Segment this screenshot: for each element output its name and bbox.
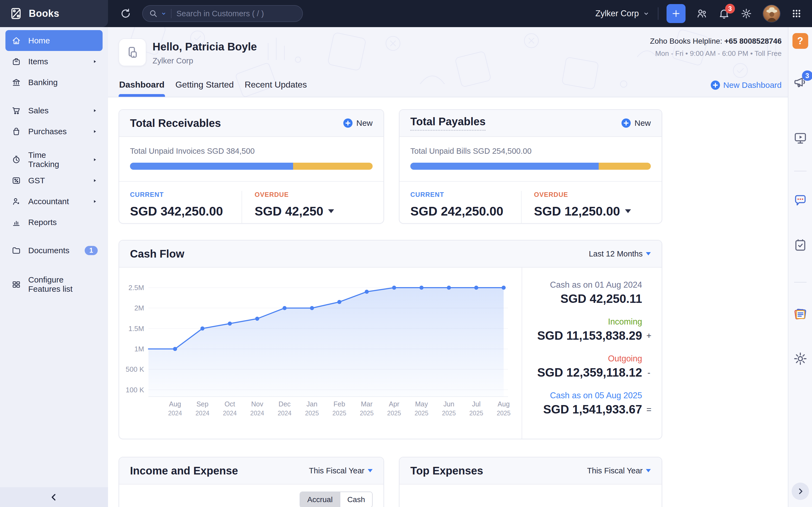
receivables-summary: Total Unpaid Invoices SGD 384,500 bbox=[130, 147, 373, 156]
apps-grid-button[interactable] bbox=[791, 8, 802, 19]
receivables-new-button[interactable]: New bbox=[343, 118, 373, 128]
summary-row-label: Incoming bbox=[522, 317, 642, 327]
bank-icon bbox=[11, 77, 21, 87]
sidebar-collapse-button[interactable] bbox=[49, 492, 59, 503]
sidebar-item-reports[interactable]: Reports bbox=[5, 212, 103, 233]
refresh-button[interactable] bbox=[119, 7, 132, 20]
sidebar: HomeItemsBankingSalesPurchasesTime Track… bbox=[0, 27, 108, 507]
quick-create-button[interactable] bbox=[666, 4, 686, 23]
feedback-chat-button[interactable] bbox=[793, 192, 808, 208]
sidebar-item-accountant[interactable]: Accountant bbox=[5, 191, 103, 212]
svg-text:500 K: 500 K bbox=[125, 365, 144, 373]
total-receivables-card: Total Receivables New Total Unpaid Invoi… bbox=[118, 109, 384, 224]
active-tab-underline bbox=[118, 94, 165, 97]
payables-overdue-label: OVERDUE bbox=[534, 191, 631, 199]
svg-text:Sep: Sep bbox=[197, 400, 208, 408]
brand[interactable]: Books bbox=[0, 0, 108, 27]
toggle-cash[interactable]: Cash bbox=[340, 492, 372, 507]
clipboard-check-icon bbox=[793, 237, 808, 253]
svg-text:2025: 2025 bbox=[469, 410, 483, 417]
overdue-dropdown-caret[interactable] bbox=[625, 209, 631, 213]
accrual-cash-toggle: AccrualCash bbox=[300, 492, 373, 507]
users-button[interactable] bbox=[696, 8, 708, 19]
sidebar-item-purchases[interactable]: Purchases bbox=[5, 121, 103, 142]
summary-row-value: SGD 1,541,933.67 bbox=[522, 403, 642, 416]
sidebar-item-banking[interactable]: Banking bbox=[5, 72, 103, 93]
toggle-accrual[interactable]: Accrual bbox=[300, 492, 340, 507]
bag-icon bbox=[11, 127, 21, 136]
search-divider bbox=[171, 9, 171, 18]
payables-new-button[interactable]: New bbox=[621, 118, 651, 128]
tab-getting-started[interactable]: Getting Started bbox=[175, 80, 234, 97]
rail-expand-button[interactable] bbox=[792, 483, 809, 500]
sidebar-item-time-tracking[interactable]: Time Tracking bbox=[5, 149, 103, 170]
svg-text:Jan: Jan bbox=[306, 400, 317, 408]
svg-text:1.5M: 1.5M bbox=[129, 325, 144, 333]
cash-flow-range-dropdown[interactable]: Last 12 Months bbox=[589, 249, 651, 259]
question-icon: ? bbox=[797, 35, 803, 47]
summary-row-operator: = bbox=[644, 404, 654, 414]
org-switcher[interactable]: Zylker Corp bbox=[596, 9, 650, 18]
tab-dashboard[interactable]: Dashboard bbox=[118, 80, 165, 97]
sidebar-item-sales[interactable]: Sales bbox=[5, 100, 103, 121]
svg-text:2024: 2024 bbox=[223, 410, 237, 417]
search-scope-chevron-icon[interactable] bbox=[161, 11, 167, 16]
svg-text:2025: 2025 bbox=[497, 410, 510, 417]
top-expenses-range-dropdown[interactable]: This Fiscal Year bbox=[587, 466, 651, 475]
org-doc-icon bbox=[124, 45, 140, 60]
sidebar-item-items[interactable]: Items bbox=[5, 51, 103, 72]
svg-text:2025: 2025 bbox=[387, 410, 401, 417]
cash-flow-summary-row: IncomingSGD 11,153,838.29+ bbox=[522, 317, 654, 342]
topbar-actions: Zylker Corp 3 bbox=[108, 0, 812, 27]
announcements-badge: 3 bbox=[802, 70, 812, 81]
help-button[interactable]: ? bbox=[793, 33, 808, 49]
sidebar-footer bbox=[0, 487, 108, 507]
summary-row-label: Cash as on 05 Aug 2025 bbox=[522, 391, 642, 400]
sidebar-item-label: Time Tracking bbox=[28, 151, 78, 169]
svg-text:2025: 2025 bbox=[442, 410, 456, 417]
svg-text:2.5M: 2.5M bbox=[129, 284, 144, 292]
svg-text:2M: 2M bbox=[134, 304, 144, 312]
topbar: Books Zylker Corp bbox=[0, 0, 812, 27]
tasks-button[interactable] bbox=[793, 237, 808, 253]
summary-row-label: Cash as on 01 Aug 2024 bbox=[522, 280, 642, 290]
sidebar-item-configure-features-list[interactable]: Configure Features list bbox=[5, 274, 103, 295]
submenu-arrow-icon bbox=[92, 108, 98, 114]
chart-icon bbox=[11, 217, 21, 227]
submenu-arrow-icon bbox=[92, 199, 98, 205]
video-tutorials-button[interactable] bbox=[793, 131, 808, 146]
payables-overdue-value: SGD 12,250.00 bbox=[534, 204, 620, 219]
plus-icon bbox=[343, 118, 353, 128]
summary-row-value: SGD 11,153,838.29 bbox=[522, 329, 642, 342]
notifications-button[interactable]: 3 bbox=[718, 8, 730, 19]
new-dashboard-button[interactable]: New Dashboard bbox=[711, 80, 781, 90]
person-icon bbox=[11, 196, 21, 206]
global-search[interactable] bbox=[142, 5, 303, 22]
tab-recent-updates[interactable]: Recent Updates bbox=[244, 80, 307, 97]
submenu-arrow-icon bbox=[92, 178, 98, 183]
submenu-arrow-icon bbox=[92, 59, 98, 64]
settings-button[interactable] bbox=[740, 8, 752, 19]
payables-current-value: SGD 242,250.00 bbox=[410, 204, 521, 219]
sidebar-item-home[interactable]: Home bbox=[5, 30, 103, 51]
helpline-label: Zoho Books Helpline: bbox=[650, 37, 722, 45]
income-expense-range-dropdown[interactable]: This Fiscal Year bbox=[309, 466, 373, 475]
percent-icon bbox=[11, 176, 21, 185]
whats-new-button[interactable] bbox=[793, 306, 808, 322]
sidebar-item-gst[interactable]: GST bbox=[5, 170, 103, 191]
total-payables-card: Total Payables New Total Unpaid Bills SG… bbox=[399, 109, 662, 224]
summary-row-value: SGD 12,359,118.12 bbox=[522, 366, 642, 379]
user-avatar[interactable] bbox=[763, 5, 780, 22]
dashboard-tabs: Dashboard Getting Started Recent Updates bbox=[118, 80, 307, 97]
rail-settings-button[interactable] bbox=[793, 351, 808, 367]
helpline-number: +65 8008528746 bbox=[724, 37, 781, 45]
svg-text:2024: 2024 bbox=[195, 410, 209, 417]
cash-flow-title: Cash Flow bbox=[130, 248, 184, 260]
search-input[interactable] bbox=[176, 9, 296, 18]
submenu-arrow-icon bbox=[92, 128, 98, 134]
overdue-dropdown-caret[interactable] bbox=[328, 209, 334, 213]
announcements-button[interactable]: 3 bbox=[793, 75, 808, 90]
search-icon bbox=[149, 9, 158, 18]
gear-icon bbox=[793, 351, 808, 367]
sidebar-item-documents[interactable]: Documents1 bbox=[5, 240, 103, 261]
